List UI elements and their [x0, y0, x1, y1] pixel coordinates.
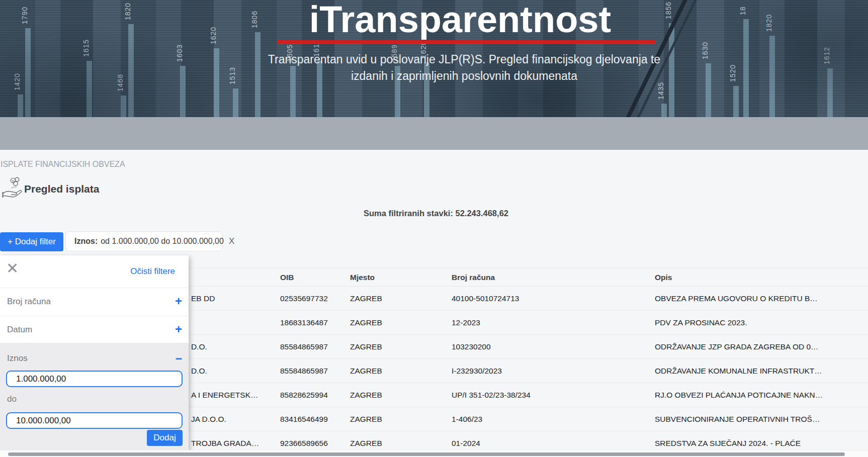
cell-opis: OBVEZA PREMA UGOVORU O KREDITU B…	[655, 294, 868, 303]
expand-plus-icon[interactable]: +	[175, 294, 182, 308]
collapse-minus-icon[interactable]: –	[176, 351, 182, 365]
clear-filters-link[interactable]: Očisti filtere	[130, 266, 175, 277]
title-underline	[278, 40, 655, 44]
cell-broj-racuna: 40100-5010724713	[452, 294, 655, 303]
cell-opis: PDV ZA PROSINAC 2023.	[655, 318, 868, 327]
ticker-bar-column	[733, 86, 739, 117]
cell-mjesto: ZAGREB	[350, 318, 452, 327]
filter-panel-item-broj-ra-una: Broj računa +	[0, 288, 189, 316]
cell-opis: SUBVENCIONIRANJE OPERATIVNIH TROŠ…	[655, 415, 868, 424]
cell-oib: 85828625994	[280, 391, 350, 400]
cell-oib: 85584865987	[280, 367, 350, 376]
filter-chip-value: od 1.000.000,00 do 10.000.000,00	[101, 237, 224, 246]
cell-mjesto: ZAGREB	[350, 342, 452, 351]
cell-mjesto: ZAGREB	[350, 367, 452, 376]
filtered-sum-text: Suma filtriranih stavki: 52.243.468,62	[0, 209, 868, 218]
subtitle-line2: izdanih i zaprimljenih poslovnih dokumen…	[30, 68, 868, 84]
cell-opis: RJ.O OBVEZI PLAĆANJA POTICAJNE NAKN…	[655, 391, 868, 400]
app-title: iTransparentnost	[0, 0, 868, 41]
filter-panel: ✕ Očisti filtere Broj računa + Datum + I…	[0, 255, 189, 451]
amount-from-input[interactable]	[6, 371, 183, 387]
filter-panel-item-iznos: Iznos –	[0, 345, 189, 373]
breadcrumb-section-label: ISPLATE FINANCIJSKIH OBVEZA	[1, 160, 125, 169]
cell-broj-racuna: 12-2023	[452, 318, 655, 327]
cell-broj-racuna: 1-406/23	[452, 415, 655, 424]
col-header-mjesto: Mjesto	[350, 273, 452, 282]
cell-oib: 18683136487	[280, 318, 350, 327]
cell-broj-racuna: 01-2024	[452, 439, 655, 448]
col-header-opis: Opis	[655, 273, 868, 282]
cell-opis: SREDSTVA ZA SIJEČANJ 2024. - PLAĆE	[655, 439, 868, 448]
filter-chip-iznos[interactable]: Iznos: od 1.000.000,00 do 10.000.000,00 …	[65, 231, 222, 251]
gray-band	[0, 117, 868, 150]
cell-opis: ODRŽAVANJE KOMUNALNE INFRASTRUKT…	[655, 367, 868, 376]
ticker-bar-value: 1435	[657, 84, 665, 100]
panel-close-icon[interactable]: ✕	[6, 259, 19, 278]
subtitle-line1: Transparentan uvid u poslovanje JLP(R)S.…	[30, 51, 868, 68]
amount-to-input[interactable]	[6, 412, 183, 429]
filter-chip-name: Iznos:	[74, 237, 98, 246]
cell-oib: 02535697732	[280, 294, 350, 303]
cell-broj-racuna: I-232930/2023	[452, 367, 655, 376]
filter-chip-remove-icon[interactable]: X	[229, 236, 234, 246]
col-header-oib: OIB	[280, 273, 350, 282]
ticker-bar-column	[661, 104, 667, 117]
cell-mjesto: ZAGREB	[350, 439, 452, 448]
app-subtitle: Transparentan uvid u poslovanje JLP(R)S.…	[30, 51, 868, 84]
cell-broj-racuna: UP/I 351-02/23-38/234	[452, 391, 655, 400]
dodaj-button[interactable]: Dodaj	[147, 430, 183, 446]
cell-opis: ODRŽAVANJE JZP GRADA ZAGREBA OD 0…	[655, 342, 868, 351]
hero-banner: 1420 1790 1615 1468 1820 1603 1620 1513 …	[0, 0, 868, 117]
cell-mjesto: ZAGREB	[350, 415, 452, 424]
cell-broj-racuna: 103230200	[452, 342, 655, 351]
cell-oib: 92366589656	[280, 439, 350, 448]
cell-oib: 83416546499	[280, 415, 350, 424]
amount-to-label: do	[7, 394, 17, 404]
filter-item-label: Broj računa	[7, 297, 51, 307]
cell-mjesto: ZAGREB	[350, 294, 452, 303]
cell-oib: 85584865987	[280, 342, 350, 351]
horizontal-scrollbar[interactable]	[0, 450, 868, 457]
ticker-bar-value: 1420	[13, 75, 21, 90]
page-title: Pregled isplata	[24, 183, 99, 195]
hand-coins-icon: $	[2, 177, 22, 201]
ticker-bar-column	[233, 88, 238, 117]
expand-plus-icon[interactable]: +	[175, 322, 182, 336]
add-filter-button[interactable]: + Dodaj filter	[0, 232, 63, 251]
col-header-broj-racuna: Broj računa	[452, 273, 655, 282]
filter-item-label: Iznos	[7, 353, 28, 363]
horizontal-scrollbar-thumb[interactable]	[8, 452, 845, 456]
cell-mjesto: ZAGREB	[350, 391, 452, 400]
filter-panel-item-datum: Datum +	[0, 316, 189, 344]
ticker-bar-column	[18, 95, 23, 117]
panel-divider	[0, 316, 189, 316]
filter-item-label: Datum	[7, 325, 32, 335]
ticker-bar-column	[121, 96, 126, 117]
